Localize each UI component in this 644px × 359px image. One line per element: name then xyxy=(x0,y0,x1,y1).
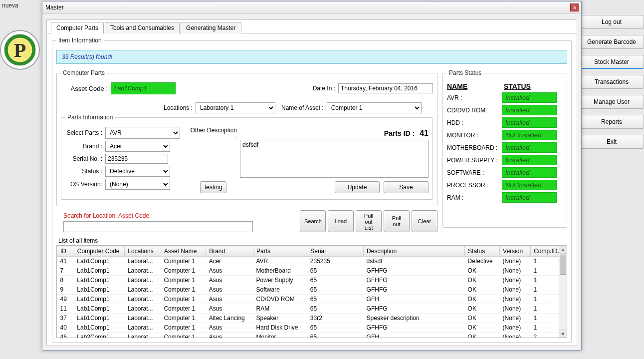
other-description-textarea[interactable]: dsfsdf xyxy=(240,140,429,178)
cell: Laborat... xyxy=(125,304,161,314)
legend-computer-parts: Computer Parts xyxy=(61,69,107,76)
label-brand: Brand : xyxy=(65,143,105,150)
cell: 7 xyxy=(57,266,74,276)
cell: Computer 1 xyxy=(161,266,206,276)
col-header[interactable]: Serial xyxy=(307,246,364,257)
cell: GFHFG xyxy=(364,323,465,333)
side-button-generate-barcode[interactable]: Generate Barcode xyxy=(579,35,644,49)
side-button-log-out[interactable]: Log out xyxy=(579,15,644,29)
cell: 65 xyxy=(307,295,364,304)
table-row[interactable]: 11Lab1Comp1Laborat...Computer 1AsusRAM65… xyxy=(57,304,567,314)
cell: OK xyxy=(465,323,500,333)
col-header[interactable]: Version xyxy=(500,246,531,257)
close-icon[interactable]: ✕ xyxy=(570,3,579,11)
table-row[interactable]: 37Lab1Comp1Laborat...Computer 1Altec Lan… xyxy=(57,314,567,323)
save-button[interactable]: Save xyxy=(384,181,429,193)
table-row[interactable]: 9Lab1Comp1Laborat...Computer 1AsusSoftwa… xyxy=(57,285,567,295)
group-computer-parts: Computer Parts Asset Code : Lab1Comp1 Da… xyxy=(56,73,437,206)
col-header[interactable]: Description xyxy=(364,246,465,257)
items-grid[interactable]: IDComputer CodeLocationsAsset NameBrandP… xyxy=(56,245,567,338)
update-button[interactable]: Update xyxy=(335,181,380,193)
cell: (None) xyxy=(500,314,531,323)
window-title: Master xyxy=(45,4,64,11)
cell: Computer 1 xyxy=(161,323,206,333)
cell: Computer 1 xyxy=(161,285,206,295)
date-in-field[interactable] xyxy=(338,83,433,93)
table-row[interactable]: 7Lab1Comp1Laborat...Computer 1AsusMother… xyxy=(57,266,567,276)
brand-select[interactable]: Acer xyxy=(105,141,170,152)
label-other-desc: Other Description : xyxy=(190,127,240,141)
cell: Computer 1 xyxy=(161,257,206,266)
status-name-label: MONITOR : xyxy=(447,132,502,139)
cell: GFH xyxy=(364,333,465,339)
cell: Acer xyxy=(206,257,253,266)
bg-username: nueva xyxy=(2,2,18,9)
cell: Laborat... xyxy=(125,323,161,333)
cell: Asus xyxy=(206,323,253,333)
select-parts-select[interactable]: AVR xyxy=(105,127,180,139)
cell: 235235 xyxy=(307,257,364,266)
col-header[interactable]: Status xyxy=(465,246,500,257)
clear-button[interactable]: Clear xyxy=(412,210,437,232)
tab-panel-computer-parts: Item Information 33 Result(s) found! Com… xyxy=(47,33,577,350)
search-input[interactable] xyxy=(63,221,253,232)
titlebar[interactable]: Master ✕ xyxy=(42,1,581,13)
group-parts-status: Parts Status NAME STATUS AVR :InstalledC… xyxy=(442,73,567,228)
col-header[interactable]: Parts xyxy=(253,246,307,257)
pull-out-list-button[interactable]: Pull out List xyxy=(356,210,382,232)
asset-name-select[interactable]: Computer 1 xyxy=(327,102,422,113)
scroll-down-icon[interactable]: ▼ xyxy=(559,330,567,338)
search-button[interactable]: Search xyxy=(300,210,326,232)
label-parts-id: Parts ID : xyxy=(384,129,415,137)
status-pill: Not Installed xyxy=(502,180,557,190)
scroll-up-icon[interactable]: ▲ xyxy=(559,246,567,254)
scroll-thumb[interactable] xyxy=(560,255,566,275)
cell: Lab1Comp1 xyxy=(74,257,125,266)
client-area: Computer PartsTools and ConsumablesGener… xyxy=(46,19,577,346)
cell: 46 xyxy=(57,333,74,339)
col-header[interactable]: Computer Code xyxy=(74,246,125,257)
tab-generating-master[interactable]: Generating Master xyxy=(181,22,241,33)
col-header[interactable]: Asset Name xyxy=(161,246,206,257)
cell: Lab1Comp1 xyxy=(74,323,125,333)
col-header[interactable]: Brand xyxy=(206,246,253,257)
cell: 33r2 xyxy=(307,314,364,323)
side-button-transactions[interactable]: Transactions xyxy=(579,75,644,89)
side-button-exit[interactable]: Exit xyxy=(579,135,644,149)
tab-computer-parts[interactable]: Computer Parts xyxy=(51,22,104,33)
table-row[interactable]: 8Lab1Comp1Laborat...Computer 1AsusPower … xyxy=(57,276,567,285)
table-row[interactable]: 41Lab1Comp1Laborat...Computer 1AcerAVR23… xyxy=(57,257,567,266)
cell: OK xyxy=(465,304,500,314)
serial-input[interactable] xyxy=(105,154,168,164)
cell: OK xyxy=(465,295,500,304)
cell: (None) xyxy=(500,257,531,266)
cell: OK xyxy=(465,314,500,323)
master-window: Master ✕ Computer PartsTools and Consuma… xyxy=(42,1,582,351)
load-button[interactable]: Load xyxy=(328,210,354,232)
testing-button[interactable]: testing xyxy=(200,181,226,193)
table-row[interactable]: 40Lab1Comp1Laborat...Computer 1AsusHard … xyxy=(57,323,567,333)
side-button-manage-user[interactable]: Manage User xyxy=(579,95,644,109)
status-row: POWER SUPPLY :Installed xyxy=(447,155,563,165)
cell: GFH xyxy=(364,295,465,304)
status-select[interactable]: Defective xyxy=(105,166,170,177)
locations-select[interactable]: Laboratory 1 xyxy=(196,102,275,113)
status-name-label: CD/DVD ROM : xyxy=(447,107,502,114)
grid-scrollbar[interactable]: ▲ ▼ xyxy=(559,246,567,338)
pull-out-button[interactable]: Pull out xyxy=(384,210,410,232)
cell: Laborat... xyxy=(125,257,161,266)
status-pill: Installed xyxy=(502,105,557,115)
col-header[interactable]: Locations xyxy=(125,246,161,257)
cell: Computer 1 xyxy=(161,333,206,339)
side-button-stock-master[interactable]: Stock Master xyxy=(579,55,644,69)
os-version-select[interactable]: (None) xyxy=(105,179,170,190)
status-name-label: SOFTWARE : xyxy=(447,169,502,176)
table-row[interactable]: 49Lab1Comp1Laborat...Computer 1AsusCD/DV… xyxy=(57,295,567,304)
side-button-reports[interactable]: Reports xyxy=(579,115,644,129)
cell: Asus xyxy=(206,285,253,295)
cell: Asus xyxy=(206,276,253,285)
tab-tools-and-consumables[interactable]: Tools and Consumables xyxy=(105,22,180,33)
table-row[interactable]: 46Lab2Comp1Laborat...Computer 1AsusMonit… xyxy=(57,333,567,339)
status-pill: Installed xyxy=(502,192,557,203)
col-header[interactable]: ID xyxy=(57,246,74,257)
